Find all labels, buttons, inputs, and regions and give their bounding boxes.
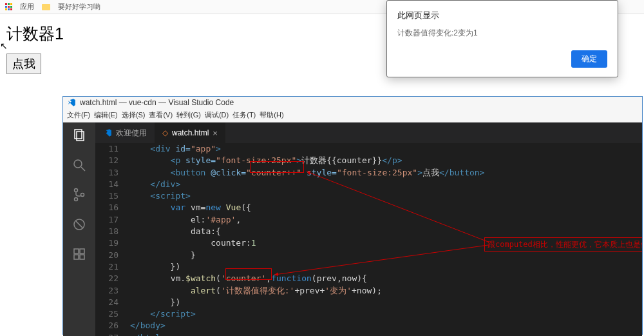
- svg-point-2: [74, 160, 82, 168]
- browser-alert: 此网页显示 计数器值得变化:2变为1 确定: [386, 0, 618, 77]
- alert-title: 此网页显示: [397, 10, 607, 21]
- svg-line-13: [307, 172, 488, 242]
- menu-debug[interactable]: 调试(D): [205, 110, 229, 121]
- svg-rect-11: [74, 255, 79, 259]
- click-me-button[interactable]: 点我: [6, 54, 41, 74]
- tab-welcome[interactable]: 欢迎使用: [95, 123, 155, 143]
- debug-icon[interactable]: [71, 217, 87, 232]
- menu-file[interactable]: 文件(F): [67, 110, 90, 121]
- vscode-logo-icon: [103, 128, 112, 137]
- annotation-text: 跟computed相比，性能更优，它本质上也是做的一层缓存: [484, 237, 642, 252]
- activity-bar: [63, 123, 95, 336]
- svg-rect-12: [80, 255, 84, 259]
- svg-rect-1: [77, 132, 84, 141]
- source-control-icon[interactable]: [71, 187, 87, 203]
- search-icon[interactable]: [71, 157, 87, 173]
- explorer-icon[interactable]: [71, 128, 87, 143]
- svg-point-6: [81, 193, 84, 197]
- svg-point-5: [75, 198, 78, 201]
- menu-tasks[interactable]: 任务(T): [232, 110, 256, 121]
- menu-selection[interactable]: 选择(S): [122, 110, 146, 121]
- code-editor[interactable]: <div id="app"> <p style="font-size:25px"…: [130, 143, 642, 336]
- tab-watch-html[interactable]: ◇ watch.html ×: [155, 123, 225, 143]
- menu-view[interactable]: 查看(V): [149, 110, 173, 121]
- menu-edit[interactable]: 编辑(E): [94, 110, 118, 121]
- close-icon[interactable]: ×: [213, 128, 218, 138]
- apps-icon[interactable]: [5, 3, 12, 10]
- svg-rect-10: [80, 249, 84, 253]
- svg-rect-9: [74, 249, 79, 253]
- svg-rect-0: [75, 130, 82, 139]
- alert-ok-button[interactable]: 确定: [571, 50, 607, 68]
- menu-bar: 文件(F) 编辑(E) 选择(S) 查看(V) 转到(G) 调试(D) 任务(T…: [63, 108, 642, 123]
- window-title: watch.html — vue-cdn — Visual Studio Cod…: [80, 98, 234, 107]
- menu-help[interactable]: 帮助(H): [260, 110, 283, 121]
- vscode-window: watch.html — vue-cdn — Visual Studio Cod…: [62, 96, 643, 335]
- menu-go[interactable]: 转到(G): [176, 110, 201, 121]
- bookmark-apps[interactable]: 应用: [20, 2, 34, 12]
- svg-line-14: [274, 245, 488, 275]
- svg-line-3: [81, 167, 85, 171]
- bookmark-folder[interactable]: 要好好学习哟: [58, 2, 100, 12]
- folder-icon[interactable]: [42, 4, 50, 10]
- extensions-icon[interactable]: [71, 246, 87, 262]
- svg-line-8: [76, 221, 82, 228]
- alert-message: 计数器值得变化:2变为1: [397, 28, 607, 39]
- vscode-logo-icon: [67, 98, 76, 107]
- line-gutter: 1112131415161718192021222324252627: [95, 143, 130, 336]
- svg-point-4: [75, 189, 78, 192]
